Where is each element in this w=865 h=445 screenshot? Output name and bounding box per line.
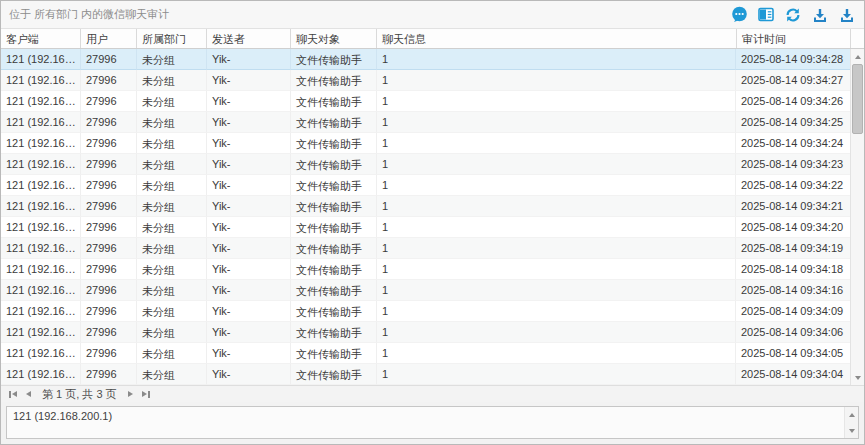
cell-sender: Yik- [207,343,291,364]
cell-user: 27996 [81,112,137,133]
cell-sender: Yik- [207,154,291,175]
cell-dept: 未分组 [137,259,207,280]
cell-time: 2025-08-14 09:34:18 [736,259,850,280]
column-header-client[interactable]: 客户端 [1,29,81,48]
table-row[interactable]: 121 (192.168.200.1)27996未分组Yik-文件传输助手120… [1,112,850,133]
cell-message: 1 [377,91,736,112]
column-header-time[interactable]: 审计时间 [737,29,851,48]
cell-target: 文件传输助手 [291,301,377,322]
table-row[interactable]: 121 (192.168.200.1)27996未分组Yik-文件传输助手120… [1,238,850,259]
column-header-message[interactable]: 聊天信息 [377,29,737,48]
table-row[interactable]: 121 (192.168.200.1)27996未分组Yik-文件传输助手120… [1,175,850,196]
cell-sender: Yik- [207,133,291,154]
cell-user: 27996 [81,217,137,238]
table-row[interactable]: 121 (192.168.200.1)27996未分组Yik-文件传输助手120… [1,343,850,364]
table-row[interactable]: 121 (192.168.200.1)27996未分组Yik-文件传输助手120… [1,196,850,217]
cell-dept: 未分组 [137,91,207,112]
cell-time: 2025-08-14 09:34:20 [736,217,850,238]
cell-dept: 未分组 [137,238,207,259]
refresh-icon[interactable] [784,6,802,24]
cell-client: 121 (192.168.200.1) [1,217,81,238]
table-row[interactable]: 121 (192.168.200.1)27996未分组Yik-文件传输助手120… [1,154,850,175]
cell-sender: Yik- [207,49,291,70]
table-rows: 121 (192.168.200.1)27996未分组Yik-文件传输助手120… [1,49,850,385]
cell-message: 1 [377,112,736,133]
detail-view-icon[interactable] [757,6,775,24]
cell-target: 文件传输助手 [291,343,377,364]
cell-message: 1 [377,154,736,175]
cell-dept: 未分组 [137,112,207,133]
cell-message: 1 [377,49,736,70]
cell-user: 27996 [81,280,137,301]
detail-scroll-down-icon[interactable] [845,424,858,437]
prev-page-icon[interactable] [24,391,33,397]
cell-user: 27996 [81,70,137,91]
table-row[interactable]: 121 (192.168.200.1)27996未分组Yik-文件传输助手120… [1,70,850,91]
cell-sender: Yik- [207,175,291,196]
cell-target: 文件传输助手 [291,196,377,217]
cell-client: 121 (192.168.200.1) [1,301,81,322]
cell-user: 27996 [81,154,137,175]
table-body: 121 (192.168.200.1)27996未分组Yik-文件传输助手120… [1,49,864,385]
scrollbar-thumb[interactable] [852,64,863,134]
detail-scroll-up-icon[interactable] [845,408,858,421]
column-header-target[interactable]: 聊天对象 [291,29,377,48]
table-row[interactable]: 121 (192.168.200.1)27996未分组Yik-文件传输助手120… [1,280,850,301]
cell-dept: 未分组 [137,364,207,385]
cell-time: 2025-08-14 09:34:19 [736,238,850,259]
table-row[interactable]: 121 (192.168.200.1)27996未分组Yik-文件传输助手120… [1,322,850,343]
last-page-icon[interactable] [140,391,152,398]
column-header-sender[interactable]: 发送者 [207,29,291,48]
detail-area: 121 (192.168.200.1) [1,402,864,444]
cell-dept: 未分组 [137,217,207,238]
detail-text: 121 (192.168.200.1) [7,407,858,425]
cell-user: 27996 [81,196,137,217]
first-page-icon[interactable] [7,391,19,398]
table-row[interactable]: 121 (192.168.200.1)27996未分组Yik-文件传输助手120… [1,259,850,280]
cell-user: 27996 [81,133,137,154]
cell-client: 121 (192.168.200.1) [1,112,81,133]
table-row[interactable]: 121 (192.168.200.1)27996未分组Yik-文件传输助手120… [1,301,850,322]
cell-message: 1 [377,196,736,217]
download-all-icon[interactable] [838,6,856,24]
cell-target: 文件传输助手 [291,91,377,112]
page-title: 位于 所有部门 内的微信聊天审计 [9,7,169,22]
cell-time: 2025-08-14 09:34:21 [736,196,850,217]
cell-client: 121 (192.168.200.1) [1,364,81,385]
cell-sender: Yik- [207,259,291,280]
column-header-dept[interactable]: 所属部门 [137,29,207,48]
table-row[interactable]: 121 (192.168.200.1)27996未分组Yik-文件传输助手120… [1,364,850,385]
download-icon[interactable] [811,6,829,24]
cell-target: 文件传输助手 [291,49,377,70]
cell-time: 2025-08-14 09:34:22 [736,175,850,196]
cell-time: 2025-08-14 09:34:24 [736,133,850,154]
table-row[interactable]: 121 (192.168.200.1)27996未分组Yik-文件传输助手120… [1,133,850,154]
detail-scrollbar[interactable] [844,407,858,438]
cell-sender: Yik- [207,112,291,133]
cell-target: 文件传输助手 [291,280,377,301]
column-header-user[interactable]: 用户 [81,29,137,48]
cell-user: 27996 [81,301,137,322]
table-row[interactable]: 121 (192.168.200.1)27996未分组Yik-文件传输助手120… [1,217,850,238]
cell-target: 文件传输助手 [291,364,377,385]
cell-time: 2025-08-14 09:34:05 [736,343,850,364]
table-vertical-scrollbar[interactable] [850,49,864,385]
cell-user: 27996 [81,259,137,280]
cell-sender: Yik- [207,70,291,91]
cell-sender: Yik- [207,238,291,259]
cell-message: 1 [377,280,736,301]
chat-message-icon[interactable] [730,6,748,24]
cell-target: 文件传输助手 [291,112,377,133]
scroll-up-icon[interactable] [851,50,864,63]
cell-time: 2025-08-14 09:34:04 [736,364,850,385]
cell-sender: Yik- [207,280,291,301]
table-row[interactable]: 121 (192.168.200.1)27996未分组Yik-文件传输助手120… [1,91,850,112]
scroll-down-icon[interactable] [851,371,864,384]
cell-client: 121 (192.168.200.1) [1,343,81,364]
cell-client: 121 (192.168.200.1) [1,133,81,154]
cell-message: 1 [377,175,736,196]
cell-message: 1 [377,301,736,322]
next-page-icon[interactable] [126,391,135,397]
table-row[interactable]: 121 (192.168.200.1)27996未分组Yik-文件传输助手120… [1,49,850,70]
cell-client: 121 (192.168.200.1) [1,238,81,259]
